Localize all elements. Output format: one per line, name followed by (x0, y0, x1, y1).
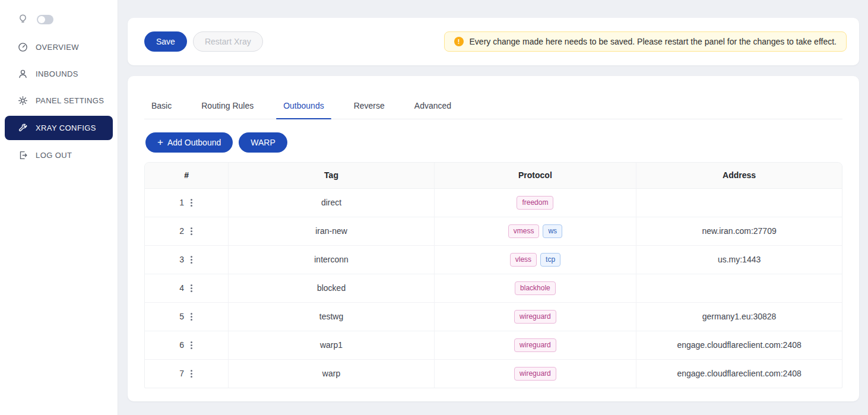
protocol-cell: freedom (434, 188, 636, 217)
protocol-cell: wireguard (434, 331, 636, 359)
toolbar-card: Save Restart Xray ! Every change made he… (128, 18, 859, 65)
row-number-cell: 4 (145, 274, 229, 302)
xray-configs-card: Basic Routing Rules Outbounds Reverse Ad… (128, 76, 859, 401)
vertical-dots-icon[interactable] (189, 226, 194, 236)
warning-alert-text: Every change made here needs to be saved… (470, 37, 837, 46)
protocol-badge: vless (510, 253, 537, 267)
tab-routing-rules[interactable]: Routing Rules (194, 93, 261, 119)
sidebar: OVERVIEW INBOUNDS PANEL SETTINGS XRAY CO… (0, 0, 118, 415)
person-icon (18, 69, 28, 79)
gear-icon (18, 96, 28, 106)
plus-icon: + (157, 137, 163, 147)
tag-cell: warp (229, 359, 434, 388)
tab-advanced[interactable]: Advanced (407, 93, 458, 119)
warning-alert: ! Every change made here needs to be sav… (444, 31, 847, 52)
address-cell: us.my:1443 (636, 245, 842, 274)
sidebar-item-log-out[interactable]: LOG OUT (0, 142, 118, 169)
sidebar-item-xray-configs[interactable]: XRAY CONFIGS (5, 116, 113, 140)
address-cell: engage.cloudflareclient.com:2408 (636, 359, 842, 388)
save-button[interactable]: Save (144, 31, 187, 52)
row-number: 1 (179, 198, 184, 207)
row-number-cell: 5 (145, 302, 229, 331)
protocol-badge: freedom (517, 196, 553, 210)
tab-outbounds[interactable]: Outbounds (276, 93, 331, 119)
table-row: 5testwgwireguardgermany1.eu:30828 (145, 302, 842, 331)
header-address: Address (636, 163, 842, 188)
tab-reverse[interactable]: Reverse (347, 93, 392, 119)
protocol-cell: blackhole (434, 274, 636, 302)
toolbar-buttons: Save Restart Xray (144, 31, 263, 52)
add-outbound-label: Add Outbound (167, 138, 221, 147)
protocol-cell: vlesstcp (434, 245, 636, 274)
protocol-badge: wireguard (514, 310, 556, 324)
table-row: 3interconnvlesstcpus.my:1443 (145, 245, 842, 274)
tag-cell: direct (229, 188, 434, 217)
outbounds-table-body: 1directfreedom2iran-newvmesswsnew.iran.c… (145, 188, 842, 388)
row-number-cell: 1 (145, 188, 229, 217)
protocol-cell: wireguard (434, 302, 636, 331)
tag-cell: testwg (229, 302, 434, 331)
app-root: OVERVIEW INBOUNDS PANEL SETTINGS XRAY CO… (0, 0, 868, 415)
table-row: 7warpwireguardengage.cloudflareclient.co… (145, 359, 842, 388)
vertical-dots-icon[interactable] (189, 340, 194, 350)
row-number: 2 (179, 226, 184, 236)
protocol-badge: ws (543, 224, 562, 238)
outbounds-table-wrap: # Tag Protocol Address 1directfreedom2ir… (144, 162, 842, 388)
tag-cell: interconn (229, 245, 434, 274)
sidebar-item-label: LOG OUT (36, 151, 72, 160)
table-row: 1directfreedom (145, 188, 842, 217)
vertical-dots-icon[interactable] (189, 283, 194, 293)
dashboard-icon (18, 42, 28, 52)
tag-cell: blocked (229, 274, 434, 302)
tag-cell: iran-new (229, 217, 434, 245)
header-number: # (145, 163, 229, 188)
tag-cell: warp1 (229, 331, 434, 359)
wrench-icon (18, 123, 28, 133)
sidebar-item-label: INBOUNDS (36, 69, 78, 78)
sidebar-item-overview[interactable]: OVERVIEW (0, 34, 118, 61)
address-cell (636, 274, 842, 302)
add-outbound-button[interactable]: + Add Outbound (145, 132, 233, 153)
sidebar-item-label: XRAY CONFIGS (36, 123, 96, 132)
logout-icon (18, 150, 28, 160)
address-cell: new.iran.com:27709 (636, 217, 842, 245)
tab-basic[interactable]: Basic (144, 93, 179, 119)
toggle-knob (38, 16, 45, 23)
protocol-badge: tcp (540, 253, 560, 267)
protocol-cell: vmessws (434, 217, 636, 245)
address-cell: engage.cloudflareclient.com:2408 (636, 331, 842, 359)
vertical-dots-icon[interactable] (189, 198, 194, 208)
address-cell (636, 188, 842, 217)
sidebar-item-label: PANEL SETTINGS (36, 96, 104, 105)
vertical-dots-icon[interactable] (189, 369, 194, 379)
row-number-cell: 3 (145, 245, 229, 274)
vertical-dots-icon[interactable] (189, 255, 194, 265)
warp-button[interactable]: WARP (239, 132, 287, 153)
table-row: 4blockedblackhole (145, 274, 842, 302)
tab-bar: Basic Routing Rules Outbounds Reverse Ad… (144, 93, 842, 119)
table-row: 6warp1wireguardengage.cloudflareclient.c… (145, 331, 842, 359)
row-number: 5 (179, 312, 184, 321)
protocol-cell: wireguard (434, 359, 636, 388)
sidebar-item-inbounds[interactable]: INBOUNDS (0, 61, 118, 87)
sidebar-nav: OVERVIEW INBOUNDS PANEL SETTINGS XRAY CO… (0, 34, 118, 169)
row-number-cell: 6 (145, 331, 229, 359)
sidebar-item-panel-settings[interactable]: PANEL SETTINGS (0, 87, 118, 114)
dark-mode-toggle[interactable] (37, 15, 53, 24)
address-cell: germany1.eu:30828 (636, 302, 842, 331)
protocol-badge: vmess (508, 224, 540, 238)
vertical-dots-icon[interactable] (189, 312, 194, 322)
exclamation-circle-icon: ! (454, 37, 464, 46)
row-number-cell: 2 (145, 217, 229, 245)
header-protocol: Protocol (434, 163, 636, 188)
protocol-badge: wireguard (514, 367, 556, 381)
main-content: Save Restart Xray ! Every change made he… (118, 0, 868, 415)
restart-xray-button[interactable]: Restart Xray (193, 31, 263, 52)
row-number: 3 (179, 255, 184, 264)
row-number: 4 (179, 283, 184, 293)
protocol-badge: blackhole (515, 281, 556, 295)
theme-toggle-row (0, 4, 118, 34)
table-header-row: # Tag Protocol Address (145, 163, 842, 188)
row-number: 7 (179, 369, 184, 378)
sidebar-item-label: OVERVIEW (36, 43, 79, 52)
